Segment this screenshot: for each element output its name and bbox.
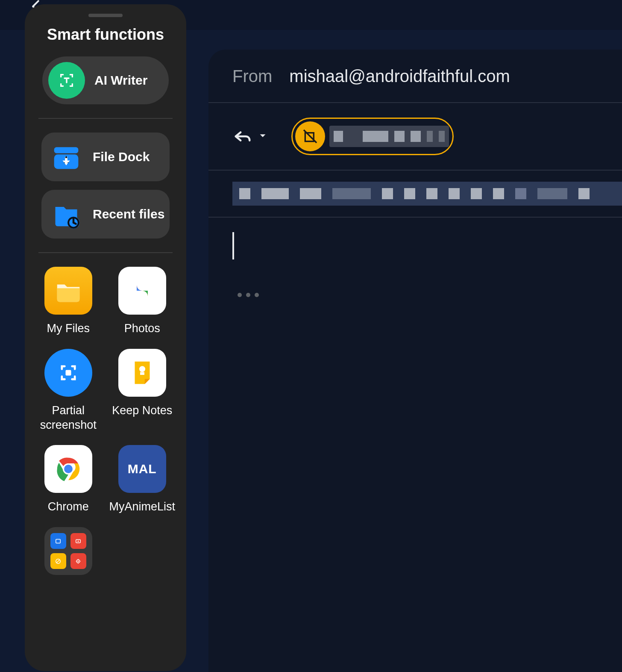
recent-files-button[interactable]: Recent files — [41, 190, 170, 239]
app-partial-screenshot[interactable]: Partial screenshot — [36, 349, 100, 433]
from-label: From — [232, 67, 272, 86]
svg-point-22 — [78, 560, 79, 562]
divider — [38, 118, 173, 119]
file-dock-label: File Dock — [93, 149, 150, 165]
my-files-icon — [44, 267, 92, 315]
compose-panel: From mishaal@androidfaithful.com — [208, 50, 622, 672]
ai-writer-button[interactable]: AI Writer — [42, 56, 169, 104]
file-dock-icon — [52, 142, 81, 171]
app-photos[interactable]: Photos — [109, 267, 175, 336]
svg-line-20 — [56, 560, 60, 563]
svg-point-15 — [64, 465, 73, 473]
svg-rect-16 — [56, 539, 61, 543]
svg-rect-5 — [54, 147, 79, 153]
reply-type-button[interactable] — [232, 127, 267, 146]
app-chrome[interactable]: Chrome — [36, 445, 100, 514]
app-folder[interactable] — [36, 527, 100, 575]
app-myanimelist[interactable]: MAL MyAnimeList — [109, 445, 175, 514]
to-row — [208, 103, 622, 171]
app-label: Partial screenshot — [36, 404, 100, 433]
drag-handle[interactable] — [88, 14, 123, 17]
text-cursor — [232, 232, 234, 259]
caret-down-icon — [258, 131, 267, 142]
mal-icon: MAL — [118, 445, 166, 493]
recent-files-label: Recent files — [93, 206, 164, 222]
app-label: Chrome — [48, 500, 89, 514]
app-label: Photos — [124, 321, 160, 336]
partial-screenshot-icon — [44, 349, 92, 397]
subject-redacted — [232, 182, 622, 206]
app-label: MyAnimeList — [109, 500, 175, 514]
recipient-chip[interactable] — [291, 118, 454, 155]
svg-rect-10 — [65, 370, 71, 375]
smart-functions-panel: Smart functions AI Writer File Dock Rece… — [25, 4, 186, 671]
app-keep-notes[interactable]: Keep Notes — [109, 349, 175, 433]
app-grid: My Files Photos Partial screenshot Keep … — [36, 267, 175, 575]
panel-title: Smart functions — [36, 26, 175, 44]
keep-notes-icon — [118, 349, 166, 397]
app-label: Keep Notes — [112, 404, 172, 418]
no-building-icon — [295, 121, 325, 151]
compose-body[interactable] — [208, 218, 622, 297]
text-scan-icon — [48, 62, 85, 99]
file-dock-button[interactable]: File Dock — [41, 133, 170, 181]
chrome-icon — [44, 445, 92, 493]
subject-row[interactable] — [208, 171, 622, 218]
reply-icon — [232, 127, 252, 146]
recipient-redacted — [329, 126, 449, 147]
from-row[interactable]: From mishaal@androidfaithful.com — [208, 67, 622, 103]
from-email: mishaal@androidfaithful.com — [289, 67, 510, 86]
more-options-button[interactable] — [232, 293, 622, 297]
recent-files-icon — [52, 200, 81, 229]
svg-point-18 — [78, 540, 79, 542]
svg-point-11 — [139, 366, 145, 372]
app-label: My Files — [47, 321, 90, 336]
svg-rect-0 — [305, 133, 314, 141]
folder-icon — [44, 527, 92, 575]
google-photos-icon — [118, 267, 166, 315]
ai-writer-label: AI Writer — [94, 73, 147, 88]
divider — [38, 252, 173, 253]
app-my-files[interactable]: My Files — [36, 267, 100, 336]
svg-rect-12 — [140, 372, 144, 374]
